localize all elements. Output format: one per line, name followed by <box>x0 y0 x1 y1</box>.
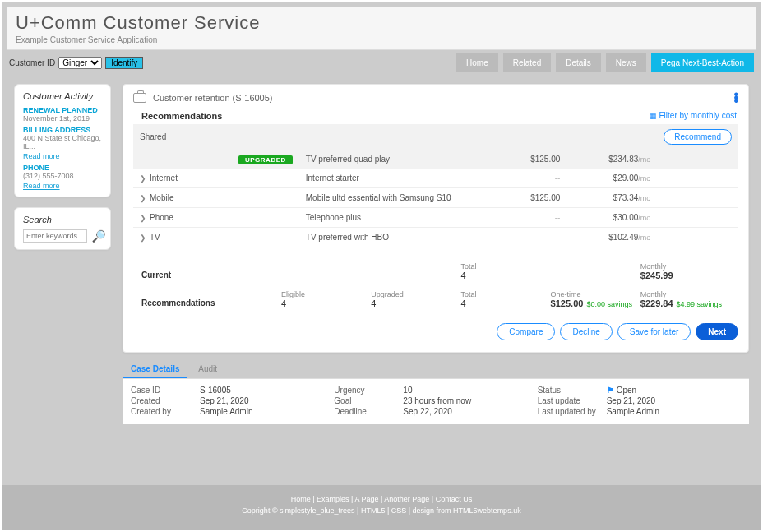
next-button[interactable]: Next <box>696 323 738 340</box>
billing-addr: 400 N State st Chicago, IL... <box>23 134 102 150</box>
footer-links[interactable]: Home | Examples | A Page | Another Page … <box>2 495 761 503</box>
customer-id-label: Customer ID <box>9 58 55 67</box>
customer-activity-card: Customer Activity RENEWAL PLANNED Novemb… <box>14 84 111 197</box>
app-title: U+Comm Customer Service <box>16 12 747 34</box>
case-header: Customer retention (S-16005) <box>153 93 273 103</box>
chevron-right-icon: ❯ <box>140 234 146 242</box>
tab-case-details[interactable]: Case Details <box>123 361 187 378</box>
upgraded-badge: UPGRADED <box>238 155 293 164</box>
nav-details[interactable]: Details <box>556 53 601 72</box>
billing-label: BILLING ADDRESS <box>23 126 102 134</box>
search-input[interactable] <box>23 229 87 243</box>
save-later-button[interactable]: Save for later <box>617 323 691 340</box>
toolbar: Customer ID Ginger Identify Home Related… <box>2 50 761 76</box>
chevron-right-icon: ❯ <box>140 174 146 183</box>
renewal-date: November 1st, 2019 <box>23 114 102 123</box>
tab-audit[interactable]: Audit <box>190 361 225 377</box>
nav-home[interactable]: Home <box>456 53 498 72</box>
customer-id-select[interactable]: Ginger <box>58 57 102 69</box>
phone-value: (312) 555-7008 <box>23 172 102 180</box>
nav-nba[interactable]: Pega Next-Best-Action <box>651 53 754 72</box>
renewal-label: RENEWAL PLANNED <box>23 106 102 114</box>
billing-read-more[interactable]: Read more <box>23 152 102 160</box>
page-footer: Home | Examples | A Page | Another Page … <box>2 485 761 530</box>
phone-label: PHONE <box>23 164 102 172</box>
chevron-right-icon: ❯ <box>140 214 146 222</box>
table-row[interactable]: ❯Mobile Mobile ultd essential with Samsu… <box>133 188 738 208</box>
flag-icon: ⚑ <box>607 386 614 395</box>
app-titlebar: U+Comm Customer Service Example Customer… <box>7 7 756 50</box>
app-subtitle: Example Customer Service Application <box>16 35 747 44</box>
phone-read-more[interactable]: Read more <box>23 182 102 190</box>
summary-recs: Recommendations Eligible4 Upgraded4 Tota… <box>133 285 738 313</box>
nav-related[interactable]: Related <box>503 53 551 72</box>
top-monthly: $234.83 <box>608 155 638 164</box>
table-row[interactable]: ❯Phone Telephone plus -- $30.00/mo <box>133 208 738 228</box>
search-card: Search 🔍 <box>14 207 111 250</box>
footer-credit: Copright © simplestyle_blue_trees | HTML… <box>2 507 761 515</box>
table-row[interactable]: ❯Internet Internet starter -- $29.00/mo <box>133 169 738 188</box>
case-details-panel: Case IDS-16005 CreatedSep 21, 2020 Creat… <box>123 379 749 424</box>
decline-button[interactable]: Decline <box>560 323 612 340</box>
identify-button[interactable]: Identify <box>105 57 143 69</box>
case-tabs: Case Details Audit <box>123 361 749 379</box>
col-shared: Shared <box>133 124 232 150</box>
kebab-menu-icon[interactable]: ••• <box>733 93 738 103</box>
top-plan: TV preferred quad play <box>299 150 477 169</box>
chevron-right-icon: ❯ <box>140 194 146 202</box>
search-icon[interactable]: 🔍 <box>92 229 106 243</box>
search-title: Search <box>23 215 102 224</box>
filter-link[interactable]: Filter by monthly cost <box>650 111 737 120</box>
recommendations-table: Shared Recommend UPGRADED TV preferred q… <box>133 124 738 247</box>
summary-current: Current Total4 Monthly$245.99 <box>133 257 738 285</box>
table-row[interactable]: ❯TV TV preferred with HBO $102.49/mo <box>133 228 738 247</box>
top-onetime: $125.00 <box>476 150 566 169</box>
briefcase-icon <box>133 93 146 103</box>
nav-news[interactable]: News <box>606 53 646 72</box>
activity-title: Customer Activity <box>23 91 102 101</box>
case-panel: Customer retention (S-16005) ••• Filter … <box>123 84 749 353</box>
recommend-button[interactable]: Recommend <box>664 129 732 145</box>
compare-button[interactable]: Compare <box>497 323 555 340</box>
